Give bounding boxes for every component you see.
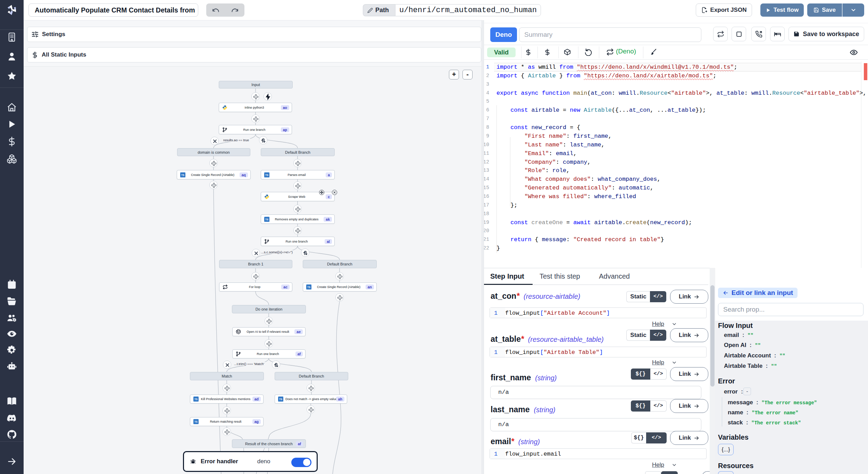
svg-text:TS: TS [265, 174, 268, 176]
svg-text:TS: TS [279, 398, 282, 400]
svg-text:TS: TS [181, 174, 184, 176]
svg-text:TS: TS [194, 398, 198, 400]
svg-text:TS: TS [265, 218, 268, 221]
svg-text:TS: TS [194, 421, 198, 423]
svg-text:TS: TS [307, 286, 310, 288]
